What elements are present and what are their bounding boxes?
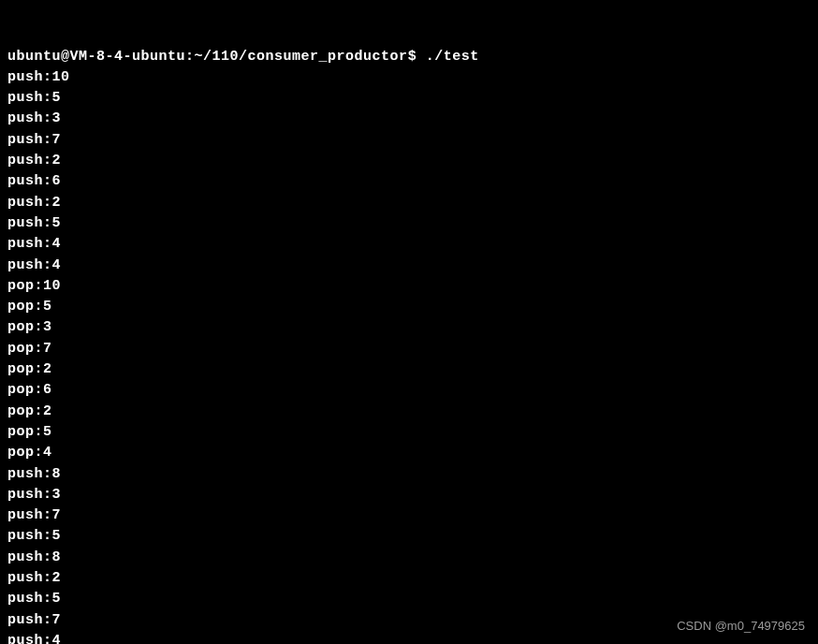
output-line: push:4 [7, 256, 811, 276]
watermark-text: CSDN @m0_74979625 [677, 619, 805, 633]
prompt-symbol: $ [408, 49, 417, 65]
output-line: push:5 [7, 213, 811, 234]
output-line: push:10 [7, 67, 811, 88]
output-line: pop:2 [7, 402, 811, 422]
output-line: pop:2 [7, 359, 811, 380]
output-line: push:7 [7, 505, 811, 526]
output-line: push:4 [7, 631, 811, 644]
output-line: pop:7 [7, 339, 811, 359]
output-line: push:5 [7, 88, 811, 109]
output-line: push:6 [7, 171, 811, 192]
output-line: push:2 [7, 151, 811, 171]
prompt-host: VM-8-4-ubuntu [70, 49, 186, 65]
output-line: pop:3 [7, 317, 811, 338]
output-line: push:7 [7, 130, 811, 151]
output-line: push:3 [7, 485, 811, 505]
prompt-path: ~/110/consumer_productor [195, 49, 408, 65]
output-line: push:5 [7, 526, 811, 547]
output-container: push:10push:5push:3push:7push:2push:6pus… [7, 67, 811, 644]
output-line: pop:5 [7, 297, 811, 317]
terminal-output[interactable]: ubuntu@VM-8-4-ubuntu:~/110/consumer_prod… [7, 5, 811, 644]
output-line: push:2 [7, 568, 811, 589]
output-line: push:2 [7, 193, 811, 213]
output-line: push:8 [7, 548, 811, 568]
prompt-user: ubuntu [7, 49, 61, 65]
output-line: pop:5 [7, 422, 811, 443]
output-line: pop:6 [7, 380, 811, 401]
output-line: push:5 [7, 589, 811, 609]
output-line: push:3 [7, 109, 811, 129]
prompt-line: ubuntu@VM-8-4-ubuntu:~/110/consumer_prod… [7, 47, 811, 67]
output-line: push:4 [7, 234, 811, 255]
output-line: pop:4 [7, 443, 811, 463]
output-line: push:8 [7, 464, 811, 485]
output-line: pop:10 [7, 276, 811, 297]
command-text: ./test [426, 49, 479, 65]
